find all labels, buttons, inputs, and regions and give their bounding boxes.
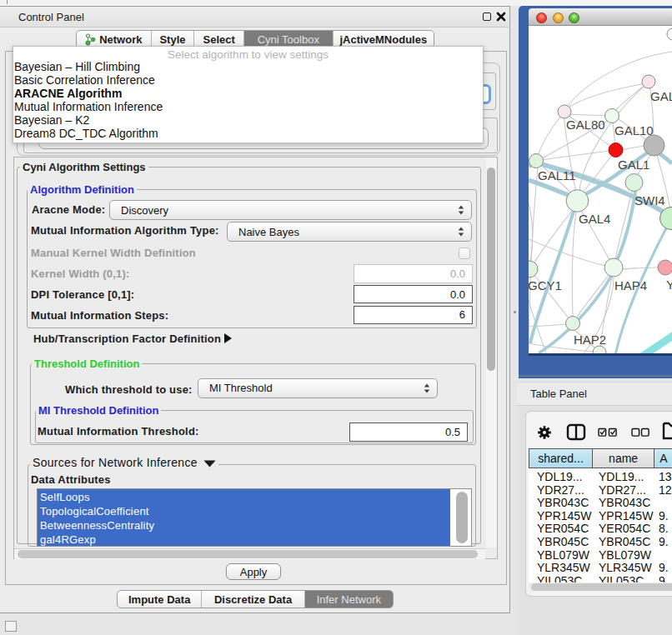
svg-text:GAL10: GAL10 xyxy=(614,123,654,138)
svg-text:GAL7: GAL7 xyxy=(650,89,672,103)
svg-text:GCY1: GCY1 xyxy=(529,278,562,292)
svg-text:GAL11: GAL11 xyxy=(538,168,576,182)
svg-text:GAL80: GAL80 xyxy=(566,118,605,132)
svg-text:GAL4: GAL4 xyxy=(579,212,610,226)
svg-text:Y: Y xyxy=(666,278,672,292)
svg-text:HAP4: HAP4 xyxy=(614,278,647,292)
svg-text:HAP2: HAP2 xyxy=(574,332,606,347)
svg-text:SWI4: SWI4 xyxy=(634,193,665,208)
svg-text:GAL1: GAL1 xyxy=(618,158,649,172)
